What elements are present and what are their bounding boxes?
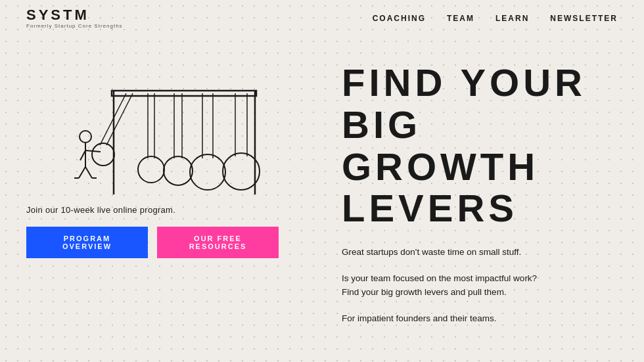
nav-coaching[interactable]: COACHING bbox=[373, 14, 426, 23]
svg-point-17 bbox=[164, 156, 193, 185]
logo-text: SYSTM bbox=[26, 8, 123, 22]
hero-title-line1: FIND YOUR BIG bbox=[342, 61, 586, 146]
main-nav: COACHING TEAM LEARN NEWSLETTER bbox=[373, 14, 618, 23]
svg-line-10 bbox=[106, 93, 133, 145]
hero-left: Join our 10-week live online program. PR… bbox=[26, 57, 315, 258]
hero-body: Great startups don't waste time on small… bbox=[342, 245, 618, 325]
logo: SYSTM Formerly Startup Core Strengths bbox=[26, 8, 123, 29]
svg-point-23 bbox=[223, 153, 260, 190]
hero-section: Join our 10-week live online program. PR… bbox=[0, 37, 644, 362]
svg-rect-0 bbox=[112, 91, 256, 96]
hero-body-2: Is your team focused on the most impactf… bbox=[342, 271, 618, 300]
hero-title: FIND YOUR BIG GROWTH LEVERS bbox=[342, 62, 618, 229]
hero-body-3: For impatient founders and their teams. bbox=[342, 311, 618, 326]
svg-line-28 bbox=[79, 167, 85, 178]
nav-learn[interactable]: LEARN bbox=[495, 14, 529, 23]
join-text: Join our 10-week live online program. bbox=[26, 205, 175, 215]
program-overview-button[interactable]: PROGRAM OVERVIEW bbox=[26, 227, 148, 258]
nav-team[interactable]: TEAM bbox=[447, 14, 474, 23]
header: SYSTM Formerly Startup Core Strengths CO… bbox=[0, 0, 644, 37]
svg-point-24 bbox=[80, 131, 91, 143]
svg-point-20 bbox=[190, 154, 225, 190]
illustration bbox=[26, 57, 276, 194]
hero-body-1: Great startups don't waste time on small… bbox=[342, 245, 618, 260]
hero-title-line2: GROWTH LEVERS bbox=[342, 145, 539, 230]
newtons-cradle-svg bbox=[26, 57, 276, 194]
free-resources-button[interactable]: OUR FREE RESOURCES bbox=[157, 227, 279, 258]
logo-subtitle: Formerly Startup Core Strengths bbox=[26, 24, 123, 29]
hero-right: FIND YOUR BIG GROWTH LEVERS Great startu… bbox=[342, 57, 618, 338]
svg-point-14 bbox=[138, 156, 164, 183]
svg-line-29 bbox=[85, 167, 92, 178]
svg-line-26 bbox=[85, 150, 101, 152]
nav-newsletter[interactable]: NEWSLETTER bbox=[550, 14, 618, 23]
hero-buttons: PROGRAM OVERVIEW OUR FREE RESOURCES bbox=[26, 227, 279, 258]
svg-line-27 bbox=[80, 150, 85, 160]
svg-point-11 bbox=[92, 143, 114, 166]
